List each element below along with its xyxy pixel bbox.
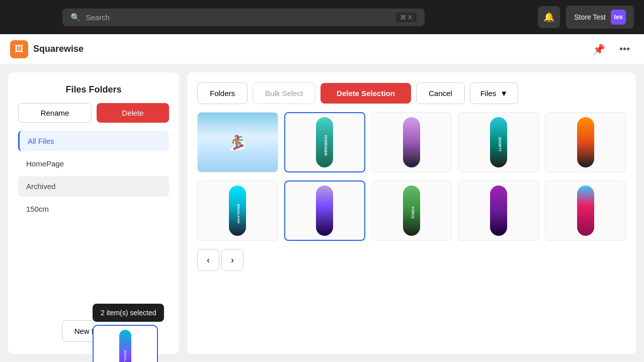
store-button[interactable]: Store Test tes <box>566 6 634 29</box>
folder-item-150cm[interactable]: 150cm <box>18 199 169 219</box>
svg-rect-10 <box>316 186 333 236</box>
svg-rect-7 <box>577 117 594 167</box>
folder-item-all-files[interactable]: All Files <box>18 131 169 151</box>
tooltip-image: BRICKLAYER <box>93 325 158 362</box>
svg-rect-4 <box>403 117 420 167</box>
image-grid-row2: BRICKLAYER <box>197 180 626 241</box>
tooltip-board-svg: BRICKLAYER <box>105 327 145 362</box>
board-svg-8 <box>481 184 516 238</box>
board-svg-2 <box>394 115 429 169</box>
store-avatar: tes <box>611 10 626 25</box>
image-cell-scene[interactable]: 🏂 <box>197 112 278 172</box>
app-header: 🖼 Squarewise 📌 ••• <box>0 34 644 64</box>
nav-right: 🔔 Store Test tes <box>538 6 634 29</box>
board-svg-4 <box>568 115 603 169</box>
bell-button[interactable]: 🔔 <box>538 6 560 28</box>
svg-rect-14 <box>577 186 594 236</box>
folders-button[interactable]: Folders <box>197 82 248 104</box>
tooltip-wrapper: 2 item(s) selected BRICKLAYER <box>93 304 164 362</box>
sidebar-title: Files Folders <box>18 84 169 95</box>
svg-rect-13 <box>490 186 507 236</box>
image-cell-6[interactable] <box>284 180 365 241</box>
delete-button[interactable]: Delete <box>97 103 169 123</box>
image-cell-3[interactable]: SHORTY <box>458 112 539 172</box>
content-area: Folders Bulk Select Delete Selection Can… <box>187 72 636 354</box>
app-logo: 🖼 Squarewise <box>10 40 84 58</box>
more-button[interactable]: ••• <box>615 41 634 57</box>
folder-item-homepage[interactable]: HomePage <box>18 153 169 174</box>
scene-image: 🏂 <box>198 113 278 172</box>
svg-text:HYDROGEN: HYDROGEN <box>324 135 328 155</box>
search-shortcut: ⌘ K <box>396 13 417 22</box>
image-grid-row1: 🏂 HYDROGEN <box>197 112 626 172</box>
folder-item-archived[interactable]: Archived <box>18 176 169 197</box>
sidebar-actions: Rename Delete <box>18 103 169 123</box>
top-nav: 🔍 Search ⌘ K 🔔 Store Test tes <box>0 0 644 34</box>
chevron-down-icon: ▼ <box>500 89 508 98</box>
header-actions: 📌 ••• <box>589 41 634 57</box>
image-cell-1[interactable]: HYDROGEN <box>284 112 365 172</box>
image-cell-7[interactable]: FORCE <box>371 180 452 241</box>
board-svg-6 <box>307 184 342 238</box>
svg-text:BRICKLAYER: BRICKLAYER <box>124 350 127 362</box>
image-cell-5[interactable]: BRICKLAYER <box>197 180 278 241</box>
pin-button[interactable]: 📌 <box>589 41 609 57</box>
rename-button[interactable]: Rename <box>18 103 92 123</box>
prev-page-button[interactable]: ‹ <box>197 249 219 271</box>
folder-list: All Files HomePage Archived 150cm <box>18 131 169 219</box>
image-cell-8[interactable] <box>458 180 539 241</box>
sidebar: Files Folders Rename Delete All Files Ho… <box>8 72 179 354</box>
delete-selection-button[interactable]: Delete Selection <box>320 83 411 104</box>
next-page-button[interactable]: › <box>221 249 244 271</box>
search-placeholder: Search <box>86 13 391 22</box>
board-svg-5: BRICKLAYER <box>220 184 255 238</box>
board-svg-9 <box>568 184 603 238</box>
pagination: ‹ › <box>197 249 626 271</box>
app-title: Squarewise <box>33 44 84 54</box>
search-icon: 🔍 <box>70 13 80 22</box>
board-svg-7: FORCE <box>394 184 429 238</box>
bell-icon: 🔔 <box>543 12 554 23</box>
image-cell-9[interactable] <box>545 180 626 241</box>
board-svg-1: HYDROGEN <box>307 115 342 169</box>
toolbar: Folders Bulk Select Delete Selection Can… <box>197 82 626 104</box>
image-cell-2[interactable] <box>371 112 452 172</box>
svg-text:SHORTY: SHORTY <box>498 137 502 152</box>
cancel-button[interactable]: Cancel <box>416 82 465 104</box>
tooltip: 2 item(s) selected <box>93 304 164 322</box>
files-button[interactable]: Files ▼ <box>470 82 519 104</box>
svg-text:FORCE: FORCE <box>411 207 415 219</box>
search-bar[interactable]: 🔍 Search ⌘ K <box>62 9 425 26</box>
image-cell-4[interactable] <box>545 112 626 172</box>
board-svg-3: SHORTY <box>481 115 516 169</box>
store-name: Store Test <box>574 13 606 21</box>
snowboarder-icon: 🏂 <box>229 134 247 151</box>
bulk-select-button[interactable]: Bulk Select <box>253 82 315 104</box>
main-layout: Files Folders Rename Delete All Files Ho… <box>0 64 644 362</box>
logo-icon: 🖼 <box>10 40 28 58</box>
svg-text:BRICKLAYER: BRICKLAYER <box>237 204 240 224</box>
